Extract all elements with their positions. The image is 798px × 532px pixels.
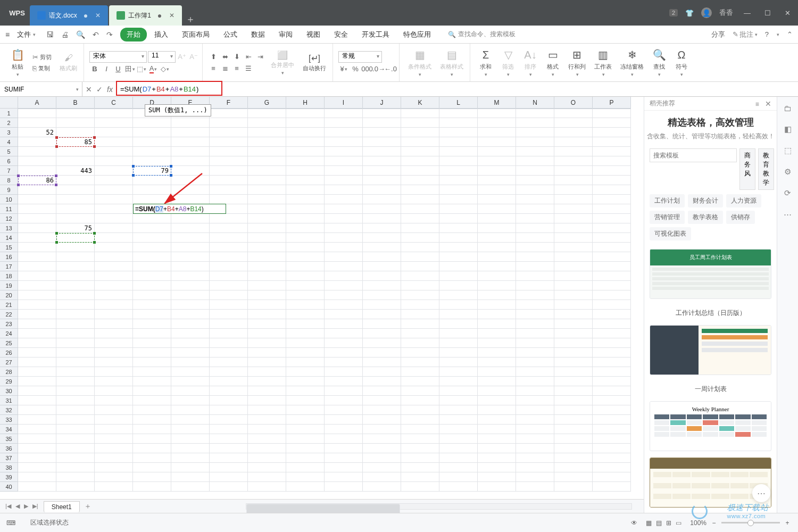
cell[interactable]: [286, 271, 325, 281]
menu-devtools[interactable]: 开发工具: [355, 28, 396, 41]
cell[interactable]: [439, 109, 478, 118]
col-header[interactable]: I: [325, 97, 363, 109]
preview-icon[interactable]: 🔍: [76, 30, 85, 39]
cell[interactable]: [95, 233, 133, 243]
cell[interactable]: [325, 444, 363, 453]
cell[interactable]: [56, 281, 95, 290]
cell[interactable]: [171, 358, 210, 367]
cell[interactable]: [210, 262, 248, 271]
cell[interactable]: [439, 396, 478, 405]
cell[interactable]: [95, 300, 133, 310]
row-header[interactable]: 37: [0, 453, 18, 463]
cell[interactable]: [171, 262, 210, 271]
cell[interactable]: [56, 377, 95, 386]
row-header[interactable]: 25: [0, 338, 18, 348]
percent-icon[interactable]: %: [350, 64, 361, 74]
cell[interactable]: [478, 386, 516, 396]
cell[interactable]: [554, 377, 593, 386]
cell[interactable]: [363, 118, 401, 128]
cell[interactable]: [18, 358, 56, 367]
cell[interactable]: [171, 310, 210, 319]
cell[interactable]: [516, 348, 554, 358]
cell[interactable]: [593, 338, 631, 348]
cell[interactable]: [439, 204, 478, 214]
cell[interactable]: [18, 348, 56, 358]
cell[interactable]: [593, 214, 631, 223]
row-header[interactable]: 2: [0, 118, 18, 128]
cell[interactable]: [56, 156, 95, 166]
align-middle-icon[interactable]: ⬌: [220, 52, 230, 62]
cell[interactable]: [478, 463, 516, 472]
cell[interactable]: [286, 128, 325, 137]
cell[interactable]: [95, 109, 133, 118]
cell[interactable]: [248, 358, 286, 367]
sheet-last-icon[interactable]: ▶|: [31, 502, 39, 511]
cell[interactable]: [286, 386, 325, 396]
cell[interactable]: [401, 243, 439, 252]
cell[interactable]: [210, 377, 248, 386]
cell[interactable]: [18, 482, 56, 492]
cell[interactable]: [363, 204, 401, 214]
cell[interactable]: [478, 405, 516, 415]
cell[interactable]: [56, 482, 95, 492]
cell[interactable]: [171, 290, 210, 300]
cell[interactable]: [593, 396, 631, 405]
cell[interactable]: [554, 463, 593, 472]
cell[interactable]: [210, 329, 248, 338]
cell[interactable]: [439, 319, 478, 329]
cell[interactable]: [554, 405, 593, 415]
cell[interactable]: [325, 482, 363, 492]
cell[interactable]: [478, 329, 516, 338]
row-header[interactable]: 40: [0, 482, 18, 492]
cell[interactable]: [325, 271, 363, 281]
cell[interactable]: [286, 358, 325, 367]
cell[interactable]: [401, 434, 439, 444]
cell[interactable]: [56, 185, 95, 195]
cell[interactable]: [478, 185, 516, 195]
cell[interactable]: [133, 176, 171, 185]
row-header[interactable]: 24: [0, 329, 18, 338]
cell[interactable]: [248, 233, 286, 243]
cell[interactable]: [593, 252, 631, 262]
cell[interactable]: [516, 185, 554, 195]
cell[interactable]: [56, 310, 95, 319]
row-header[interactable]: 31: [0, 396, 18, 405]
cancel-formula-icon[interactable]: ✕: [86, 85, 92, 94]
cell[interactable]: [593, 472, 631, 482]
cell[interactable]: [248, 367, 286, 377]
cell[interactable]: [554, 472, 593, 482]
cell[interactable]: [133, 396, 171, 405]
cell[interactable]: [18, 434, 56, 444]
cell[interactable]: [248, 329, 286, 338]
cell[interactable]: [95, 185, 133, 195]
tag-item[interactable]: 财务会计: [688, 194, 723, 207]
cell[interactable]: [248, 386, 286, 396]
row-header[interactable]: 3: [0, 128, 18, 137]
cell[interactable]: [133, 444, 171, 453]
cell[interactable]: [18, 214, 56, 223]
cell[interactable]: [478, 415, 516, 425]
cell[interactable]: [286, 223, 325, 233]
fx-icon[interactable]: fx: [107, 85, 113, 94]
align-left-icon[interactable]: ≡: [208, 63, 219, 74]
cell[interactable]: [18, 166, 56, 176]
row-header[interactable]: 19: [0, 281, 18, 290]
cell[interactable]: [95, 118, 133, 128]
border-icon[interactable]: 田▾: [124, 64, 135, 74]
cell[interactable]: [439, 262, 478, 271]
filter-education-button[interactable]: 教育教学: [758, 148, 774, 190]
cell[interactable]: [18, 262, 56, 271]
cell[interactable]: [439, 463, 478, 472]
cell[interactable]: [516, 386, 554, 396]
cell[interactable]: [133, 290, 171, 300]
row-header[interactable]: 32: [0, 405, 18, 415]
cell[interactable]: [401, 147, 439, 156]
cell[interactable]: [248, 338, 286, 348]
cell[interactable]: [286, 453, 325, 463]
cell[interactable]: [325, 262, 363, 271]
cell[interactable]: [171, 482, 210, 492]
close-icon[interactable]: ✕: [169, 12, 174, 19]
cell[interactable]: [363, 214, 401, 223]
col-header[interactable]: P: [593, 97, 631, 109]
cell[interactable]: [325, 243, 363, 252]
